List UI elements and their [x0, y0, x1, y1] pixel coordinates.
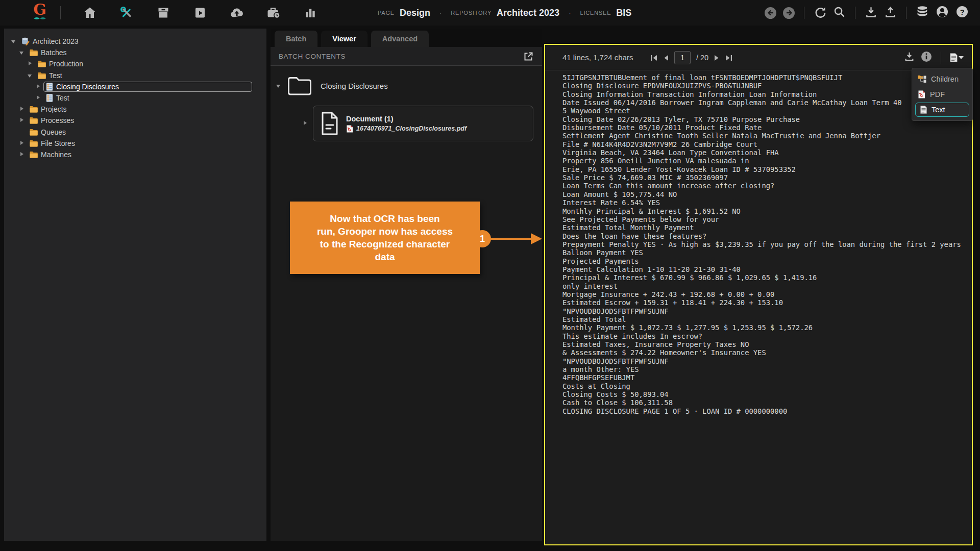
- document-card[interactable]: Document (1) 1674076971_ClosingDisclosur…: [313, 106, 533, 141]
- folder-icon: [30, 129, 38, 136]
- tree-item-label: Architect 2023: [33, 37, 79, 45]
- pdf-icon: [346, 125, 353, 133]
- repository-icon: [21, 37, 30, 45]
- tree-item-box[interactable]: Batches: [27, 47, 70, 58]
- tree-item-closing-disclosures[interactable]: Closing Disclosures: [4, 81, 266, 92]
- popout-icon[interactable]: [523, 51, 534, 62]
- tree-item-box[interactable]: Test: [35, 70, 66, 81]
- format-menu: Children PDF Text: [912, 68, 973, 121]
- document-filename-row: 1674076971_ClosingDisclosures.pdf: [346, 125, 467, 133]
- expander-closed-icon[interactable]: [19, 152, 25, 158]
- download-text-button[interactable]: [904, 51, 915, 64]
- first-page-button[interactable]: [650, 55, 657, 61]
- expander-open-icon[interactable]: [11, 38, 17, 44]
- expander-closed-icon[interactable]: [19, 106, 25, 112]
- expander-closed-icon[interactable]: [19, 117, 25, 123]
- tree-item-processes[interactable]: Processes: [4, 115, 266, 126]
- display-format-button[interactable]: [950, 53, 964, 62]
- previous-page-button[interactable]: [663, 55, 669, 61]
- licensee-label: LICENSEE: [580, 10, 611, 16]
- batch-contents-header: BATCH CONTENTS: [271, 47, 542, 66]
- folder-icon: [38, 60, 46, 67]
- menu-item-label: Children: [931, 75, 959, 83]
- tree-item-machines[interactable]: Machines: [4, 149, 266, 160]
- page-number-input[interactable]: [674, 51, 691, 64]
- forward-button[interactable]: [783, 7, 795, 19]
- tree-selection-box[interactable]: Closing Disclosures: [43, 82, 252, 92]
- tree-item-label: Queues: [41, 128, 66, 136]
- tree-item-architect-2023[interactable]: Architect 2023: [4, 36, 266, 47]
- breadcrumb-separator: ·: [439, 9, 442, 17]
- viewer-actions-divider: [941, 52, 941, 64]
- database-button[interactable]: [916, 5, 929, 20]
- cloud-upload-icon[interactable]: [218, 0, 255, 26]
- search-button[interactable]: [833, 6, 846, 20]
- folder-icon: [30, 140, 38, 147]
- expander-closed-icon[interactable]: [19, 140, 25, 146]
- svg-text:?: ?: [960, 8, 964, 16]
- download-button[interactable]: [865, 6, 877, 20]
- briefcase-clock-icon[interactable]: [255, 0, 292, 26]
- batch-viewer-panel: Batch Viewer Advanced BATCH CONTENTS Clo…: [271, 29, 542, 541]
- home-icon[interactable]: [71, 0, 108, 26]
- menu-item-children[interactable]: Children: [912, 71, 972, 87]
- upload-button[interactable]: [884, 6, 897, 20]
- folder-icon: [30, 49, 38, 56]
- help-button[interactable]: ?: [955, 5, 969, 20]
- menu-item-text[interactable]: Text: [915, 103, 969, 117]
- tab-batch[interactable]: Batch: [275, 31, 317, 47]
- viewer-header: 41 lines, 1,724 chars / 20: [545, 45, 972, 70]
- page-total: / 20: [696, 54, 708, 62]
- tree-item-label: Closing Disclosures: [56, 83, 119, 91]
- tree-item-batches[interactable]: Batches: [4, 47, 266, 58]
- tab-advanced[interactable]: Advanced: [371, 31, 429, 47]
- tree-item-production[interactable]: Production: [4, 58, 266, 69]
- top-bar: G PAGE Design · REPOSITORY Architect 202…: [0, 0, 980, 26]
- tab-viewer[interactable]: Viewer: [321, 31, 368, 47]
- annotation-arrow: [489, 238, 531, 240]
- tree-item-label: Processes: [41, 116, 74, 124]
- batch-folder-row[interactable]: Closing Disclosures: [276, 71, 388, 100]
- next-page-button[interactable]: [714, 55, 720, 61]
- expander-open-icon[interactable]: [27, 72, 33, 79]
- archive-box-icon[interactable]: [145, 0, 182, 26]
- tree-item-test[interactable]: Test: [4, 92, 266, 104]
- expander-open-icon[interactable]: [276, 83, 282, 89]
- folder-large-icon: [287, 75, 312, 96]
- ocr-text[interactable]: 5IJTGPSNJTBTUBUement of final loan tFSNT…: [562, 73, 968, 540]
- expander-closed-icon[interactable]: [35, 95, 41, 101]
- refresh-button[interactable]: [814, 6, 826, 20]
- tree-item-projects[interactable]: Projects: [4, 104, 266, 115]
- tree-item-box[interactable]: Production: [35, 59, 87, 69]
- tree-item-label: Machines: [41, 151, 71, 159]
- tree-item-box[interactable]: Projects: [27, 104, 70, 114]
- batch-process-icon[interactable]: [182, 0, 218, 26]
- document-filename: 1674076971_ClosingDisclosures.pdf: [356, 125, 467, 132]
- tree-item-queues[interactable]: Queues: [4, 127, 266, 138]
- tree-item-box[interactable]: File Stores: [27, 138, 79, 148]
- expander-closed-icon[interactable]: [302, 120, 308, 127]
- folder-icon: [30, 151, 38, 158]
- tree-item-label: Test: [56, 94, 69, 102]
- expander-closed-icon[interactable]: [35, 84, 41, 90]
- tree-item-test[interactable]: Test: [4, 70, 266, 81]
- tree-item-box[interactable]: Machines: [27, 149, 75, 160]
- tree-item-box[interactable]: Architect 2023: [19, 36, 82, 46]
- info-button[interactable]: [921, 51, 932, 64]
- grooper-logo[interactable]: G: [28, 1, 52, 24]
- last-page-button[interactable]: [725, 55, 732, 61]
- expander-closed-icon[interactable]: [27, 61, 33, 67]
- tree-item-box[interactable]: Queues: [27, 127, 69, 137]
- account-button[interactable]: [936, 5, 949, 20]
- text-viewer-panel: 41 lines, 1,724 chars / 20 5IJTGPSNJTBTU…: [544, 44, 973, 545]
- menu-item-pdf[interactable]: PDF: [912, 87, 972, 102]
- back-button[interactable]: [765, 7, 776, 19]
- tree-item-box[interactable]: Test: [43, 93, 73, 103]
- tree-item-box[interactable]: Processes: [27, 115, 78, 126]
- page-label: PAGE: [378, 10, 395, 16]
- tools-icon[interactable]: [108, 0, 145, 26]
- tree-item-file-stores[interactable]: File Stores: [4, 138, 266, 149]
- expander-open-icon[interactable]: [19, 49, 25, 56]
- sidebar-tree: Architect 2023 Batches Production Test C…: [4, 29, 266, 160]
- bar-chart-icon[interactable]: [292, 0, 329, 26]
